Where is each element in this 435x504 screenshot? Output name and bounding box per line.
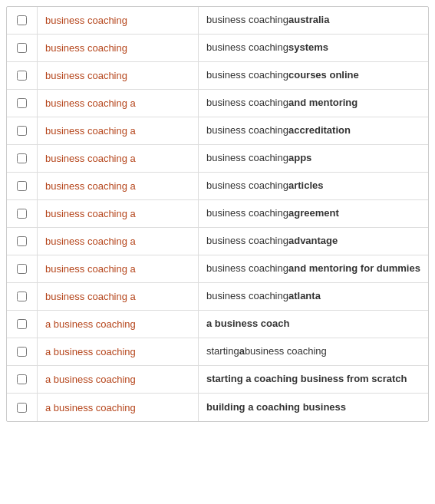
keyword-cell: business coaching a [38, 255, 199, 282]
row-checkbox[interactable] [17, 403, 27, 413]
checkbox-cell[interactable] [7, 173, 38, 199]
related-cell: business coaching apps [199, 145, 428, 172]
table-row: business coaching business coaching syst… [7, 35, 428, 62]
related-cell: business coaching australia [199, 7, 428, 34]
row-checkbox[interactable] [17, 319, 27, 329]
related-cell: business coaching articles [199, 173, 428, 199]
related-cell: business coaching systems [199, 35, 428, 61]
checkbox-cell[interactable] [7, 145, 38, 172]
keyword-cell: a business coaching [38, 338, 199, 365]
related-cell: business coaching and mentoring for dumm… [199, 255, 428, 282]
keyword-cell: a business coaching [38, 394, 199, 421]
keyword-cell: a business coaching [38, 366, 199, 393]
row-checkbox[interactable] [17, 374, 27, 384]
row-checkbox[interactable] [17, 15, 27, 25]
checkbox-cell[interactable] [7, 394, 38, 421]
table-row: business coaching a business coaching ap… [7, 145, 428, 173]
keyword-cell: business coaching a [38, 228, 199, 255]
checkbox-cell[interactable] [7, 255, 38, 282]
table-row: a business coaching building a coaching … [7, 394, 428, 421]
table-row: a business coaching starting a business … [7, 338, 428, 366]
checkbox-cell[interactable] [7, 35, 38, 61]
keyword-cell: business coaching a [38, 90, 199, 117]
table-row: business coaching a business coaching ag… [7, 200, 428, 228]
checkbox-cell[interactable] [7, 311, 38, 338]
related-cell: business coaching courses online [199, 62, 428, 89]
checkbox-cell[interactable] [7, 62, 38, 89]
table-row: business coaching a business coaching ac… [7, 117, 428, 145]
related-cell: building a coaching business [199, 394, 428, 421]
table-row: business coaching a business coaching ar… [7, 173, 428, 200]
checkbox-cell[interactable] [7, 366, 38, 393]
results-table: business coaching business coaching aust… [6, 6, 429, 422]
related-cell: starting a coaching business from scratc… [199, 366, 428, 393]
table-row: business coaching a business coaching an… [7, 255, 428, 283]
checkbox-cell[interactable] [7, 200, 38, 227]
checkbox-cell[interactable] [7, 283, 38, 310]
row-checkbox[interactable] [17, 43, 27, 53]
keyword-cell: business coaching a [38, 117, 199, 144]
checkbox-cell[interactable] [7, 117, 38, 144]
keyword-cell: business coaching [38, 7, 199, 34]
checkbox-cell[interactable] [7, 7, 38, 34]
keyword-cell: business coaching [38, 62, 199, 89]
table-row: a business coaching a business coach [7, 311, 428, 338]
table-row: business coaching business coaching aust… [7, 7, 428, 35]
checkbox-cell[interactable] [7, 90, 38, 117]
row-checkbox[interactable] [17, 126, 27, 136]
row-checkbox[interactable] [17, 264, 27, 274]
row-checkbox[interactable] [17, 71, 27, 81]
related-cell: a business coach [199, 311, 428, 338]
related-cell: business coaching and mentoring [199, 90, 428, 117]
keyword-cell: business coaching a [38, 145, 199, 172]
related-cell: starting a business coaching [199, 338, 428, 365]
table-row: business coaching a business coaching ad… [7, 228, 428, 255]
checkbox-cell[interactable] [7, 228, 38, 255]
keyword-cell: business coaching a [38, 173, 199, 199]
keyword-cell: business coaching a [38, 200, 199, 227]
related-cell: business coaching atlanta [199, 283, 428, 310]
checkbox-cell[interactable] [7, 338, 38, 365]
keyword-cell: business coaching [38, 35, 199, 61]
table-row: a business coaching starting a coaching … [7, 366, 428, 394]
row-checkbox[interactable] [17, 236, 27, 246]
row-checkbox[interactable] [17, 209, 27, 219]
keyword-cell: business coaching a [38, 283, 199, 310]
row-checkbox[interactable] [17, 98, 27, 108]
related-cell: business coaching accreditation [199, 117, 428, 144]
keyword-cell: a business coaching [38, 311, 199, 338]
table-row: business coaching a business coaching at… [7, 283, 428, 311]
row-checkbox[interactable] [17, 181, 27, 191]
table-row: business coaching business coaching cour… [7, 62, 428, 90]
related-cell: business coaching advantage [199, 228, 428, 255]
table-row: business coaching a business coaching an… [7, 90, 428, 117]
row-checkbox[interactable] [17, 153, 27, 163]
related-cell: business coaching agreement [199, 200, 428, 227]
row-checkbox[interactable] [17, 292, 27, 301]
row-checkbox[interactable] [17, 347, 27, 357]
